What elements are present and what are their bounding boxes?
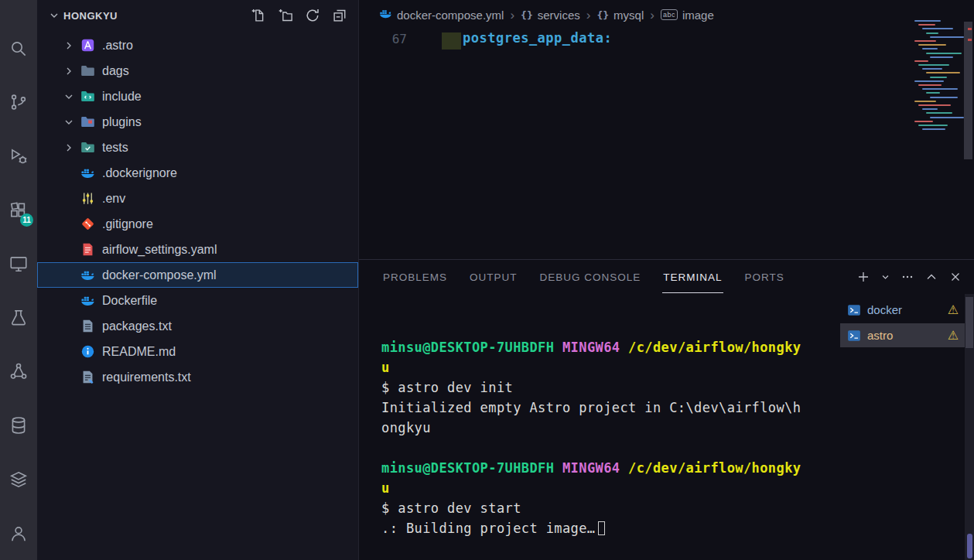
tab-problems[interactable]: PROBLEMS <box>382 261 448 293</box>
chevron-down-icon[interactable] <box>48 9 60 22</box>
terminal-list-scrollbar[interactable] <box>967 534 972 558</box>
minimap-line <box>926 92 940 94</box>
file-tree-item-packages-txt[interactable]: packages.txt <box>37 313 358 339</box>
file-tree-item-dockerfile[interactable]: Dockerfile <box>37 288 358 313</box>
tab-ports[interactable]: PORTS <box>744 261 785 293</box>
account-icon[interactable] <box>0 506 37 560</box>
terminal-icon <box>847 303 861 317</box>
file-label: include <box>102 90 142 104</box>
file-label: Dockerfile <box>102 294 157 308</box>
extensions-icon[interactable]: 11 <box>0 183 37 237</box>
breadcrumb-label: image <box>682 9 714 22</box>
explorer-actions <box>251 8 347 23</box>
git-icon <box>80 217 95 232</box>
file-tree-item-tests[interactable]: tests <box>37 135 358 160</box>
tab-output[interactable]: OUTPUT <box>469 261 518 293</box>
code-line[interactable]: postgres_app_data: <box>463 30 612 46</box>
file-tree-item-include[interactable]: include <box>37 84 358 109</box>
testing-icon[interactable] <box>0 291 37 345</box>
folder-icon <box>80 63 95 79</box>
readme-icon <box>80 344 95 360</box>
file-tree-item-requirements-txt[interactable]: requirements.txt <box>37 364 358 390</box>
docker-icon <box>80 293 95 309</box>
maximize-panel-icon[interactable] <box>925 271 938 283</box>
terminal-text: minsu@DESKTOP-7UHBDFH <box>381 460 554 476</box>
close-panel-icon[interactable] <box>949 271 962 283</box>
breadcrumb-file[interactable]: docker-compose.yml <box>379 7 504 22</box>
terminal-line <box>381 438 801 458</box>
terminal-text: MINGW64 <box>562 460 620 476</box>
terminal-output[interactable]: minsu@DESKTOP-7UHBDFH MINGW64 /c/dev/air… <box>381 337 801 538</box>
collapse-all-icon[interactable] <box>332 8 347 23</box>
chevron-down-icon <box>60 116 77 128</box>
launch-profile-chevron-icon[interactable] <box>881 273 890 282</box>
docker-icon <box>80 268 95 283</box>
tab-debug-console[interactable]: DEBUG CONSOLE <box>539 261 642 293</box>
minimap-line <box>914 80 944 82</box>
file-tree-item-dockerignore[interactable]: .dockerignore <box>37 160 358 186</box>
remote-explorer-icon[interactable] <box>0 237 37 291</box>
file-label: requirements.txt <box>102 370 191 384</box>
database-icon[interactable] <box>0 398 37 452</box>
panel-actions <box>857 260 962 294</box>
more-actions-icon[interactable] <box>901 271 914 283</box>
file-tree-item-plugins[interactable]: plugins <box>37 109 358 135</box>
minimap-line <box>930 117 964 118</box>
yaml-icon <box>80 242 95 258</box>
chevron-right-icon <box>60 142 77 154</box>
refresh-icon[interactable] <box>305 8 320 23</box>
file-tree-item-docker-compose-yml[interactable]: docker-compose.yml <box>37 262 358 288</box>
file-tree-item-dags[interactable]: dags <box>37 58 358 84</box>
warning-icon: ⚠ <box>948 302 959 317</box>
warning-icon: ⚠ <box>948 328 959 343</box>
text-icon <box>80 319 95 334</box>
chevron-right-icon <box>60 39 77 52</box>
new-terminal-icon[interactable] <box>857 271 870 283</box>
panel-tabs: PROBLEMSOUTPUTDEBUG CONSOLETERMINALPORTS <box>382 261 806 293</box>
new-file-icon[interactable] <box>251 8 266 23</box>
file-label: tests <box>102 141 128 155</box>
file-tree-item-readme-md[interactable]: README.md <box>37 339 358 364</box>
search-icon[interactable] <box>0 22 37 76</box>
minimap[interactable] <box>914 20 961 136</box>
editor-area: docker-compose.yml›{}services›{}mysql›ab… <box>358 0 974 259</box>
breadcrumb-services[interactable]: {}services <box>521 9 580 22</box>
new-folder-icon[interactable] <box>278 8 293 23</box>
minimap-line <box>926 32 938 34</box>
file-tree-item-env[interactable]: .env <box>37 186 358 211</box>
minimap-line <box>926 72 960 73</box>
hub-icon[interactable] <box>0 345 37 399</box>
source-control-icon[interactable] <box>0 76 37 130</box>
minimap-line <box>918 104 951 106</box>
indent-highlight <box>442 32 461 50</box>
folder-include-icon <box>80 89 95 104</box>
file-label: airflow_settings.yaml <box>102 243 217 257</box>
file-tree-item-gitignore[interactable]: .gitignore <box>37 211 358 237</box>
run-debug-icon[interactable] <box>0 129 37 183</box>
folder-tests-icon <box>80 140 95 155</box>
terminal-text <box>554 340 562 355</box>
file-label: .astro <box>102 39 133 53</box>
docker-icon <box>80 166 95 181</box>
chevron-right-icon <box>60 65 77 77</box>
terminal-tab-docker[interactable]: docker⚠ <box>840 298 965 322</box>
file-tree-item-airflow-settings-yaml[interactable]: airflow_settings.yaml <box>37 237 358 262</box>
terminal-tab-astro[interactable]: astro⚠ <box>840 323 965 347</box>
minimap-line <box>922 128 945 130</box>
breadcrumb: docker-compose.yml›{}services›{}mysql›ab… <box>379 7 714 22</box>
tab-terminal[interactable]: TERMINAL <box>662 261 723 293</box>
minimap-line <box>918 84 942 86</box>
breadcrumb-image[interactable]: abcimage <box>661 9 714 22</box>
panel-header: PROBLEMSOUTPUTDEBUG CONSOLETERMINALPORTS <box>359 260 974 294</box>
file-label: .dockerignore <box>102 166 177 180</box>
panel-scrollbar-slider[interactable] <box>965 297 973 348</box>
panel-scrollbar[interactable] <box>965 294 974 560</box>
minimap-line <box>922 108 938 110</box>
file-tree-item-astro[interactable]: .astro <box>37 32 358 58</box>
terminal-text <box>620 340 628 355</box>
editor-scrollbar[interactable] <box>964 22 972 159</box>
breadcrumb-mysql[interactable]: {}mysql <box>596 9 644 22</box>
terminal-text: /c/dev/airflow/hongky <box>628 340 801 355</box>
explorer-sidebar: HONGKYU .astrodagsincludepluginstests.do… <box>37 0 358 560</box>
layers-icon[interactable] <box>0 452 37 507</box>
